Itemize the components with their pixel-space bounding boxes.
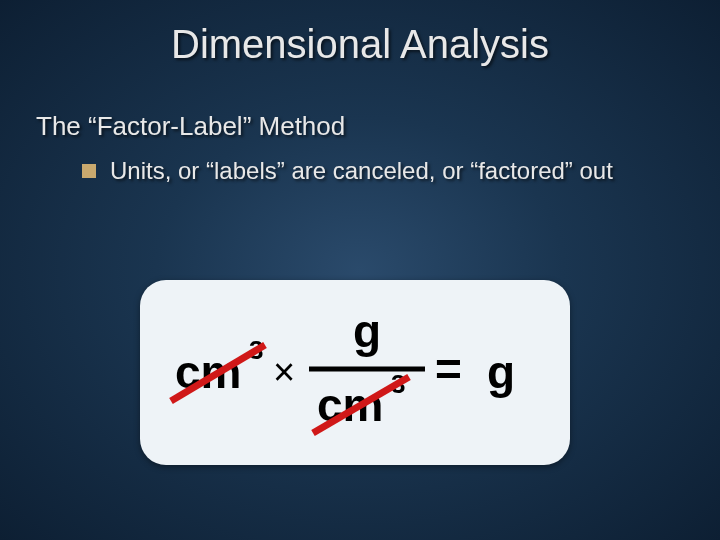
equation-svg: cm 3 × g cm 3 = g [165,303,545,443]
equation-box: cm 3 × g cm 3 = g [140,280,570,465]
bullet-marker-icon [82,164,96,178]
equals-icon: = [435,343,462,395]
bullet-text: Units, or “labels” are canceled, or “fac… [110,156,613,186]
eq-result: g [487,346,515,398]
slide-subtitle: The “Factor-Label” Method [0,67,720,142]
times-icon: × [273,351,295,393]
eq-numerator: g [353,305,381,357]
bullet-item: Units, or “labels” are canceled, or “fac… [0,142,720,186]
slide-title: Dimensional Analysis [0,0,720,67]
